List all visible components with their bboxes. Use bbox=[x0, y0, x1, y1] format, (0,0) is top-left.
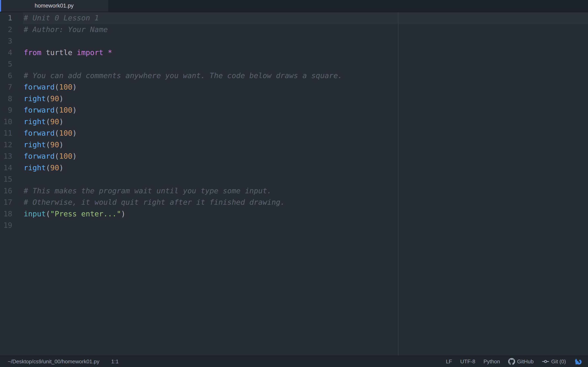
line-number[interactable]: 9 bbox=[0, 104, 23, 116]
code-text: forward(100) bbox=[23, 104, 588, 116]
line-number[interactable]: 2 bbox=[0, 24, 23, 35]
code-line[interactable]: 6# You can add comments anywhere you wan… bbox=[0, 70, 588, 82]
status-bar-right: LF UTF-8 Python GitHub Git (0) bbox=[446, 358, 588, 365]
git-commit-icon bbox=[542, 358, 549, 365]
code-line[interactable]: 5 bbox=[0, 58, 588, 70]
cursor-position[interactable]: 1:1 bbox=[111, 359, 119, 365]
line-number[interactable]: 12 bbox=[0, 139, 23, 151]
status-bar: ~/Desktop/cs9/unit_00/homework01.py 1:1 … bbox=[0, 356, 588, 367]
code-line[interactable]: 1# Unit 0 Lesson 1 bbox=[0, 12, 588, 24]
line-number[interactable]: 14 bbox=[0, 162, 23, 174]
squirrel-icon bbox=[574, 358, 582, 365]
code-text: from turtle import * bbox=[23, 47, 588, 58]
code-text: # Author: Your Name bbox=[23, 24, 588, 35]
code-text: right(90) bbox=[23, 162, 588, 174]
code-line[interactable]: 2# Author: Your Name bbox=[0, 24, 588, 35]
tab-homework01[interactable]: homework01.py bbox=[0, 0, 108, 12]
code-text: # Unit 0 Lesson 1 bbox=[23, 12, 588, 24]
code-text: forward(100) bbox=[23, 81, 588, 93]
line-number[interactable]: 5 bbox=[0, 58, 23, 70]
code-line[interactable]: 12right(90) bbox=[0, 139, 588, 151]
code-line[interactable]: 14right(90) bbox=[0, 162, 588, 174]
code-line[interactable]: 11forward(100) bbox=[0, 127, 588, 139]
line-number[interactable]: 10 bbox=[0, 116, 23, 128]
code-line[interactable]: 7forward(100) bbox=[0, 81, 588, 93]
code-line[interactable]: 9forward(100) bbox=[0, 104, 588, 116]
code-text bbox=[23, 220, 588, 231]
code-line[interactable]: 10right(90) bbox=[0, 116, 588, 128]
line-number[interactable]: 4 bbox=[0, 47, 23, 58]
line-number[interactable]: 1 bbox=[0, 12, 23, 24]
code-text: forward(100) bbox=[23, 150, 588, 162]
line-number[interactable]: 15 bbox=[0, 174, 23, 185]
line-number[interactable]: 8 bbox=[0, 93, 23, 105]
code-lines: 1# Unit 0 Lesson 12# Author: Your Name34… bbox=[0, 12, 588, 231]
editor-pane: 1# Unit 0 Lesson 12# Author: Your Name34… bbox=[0, 12, 588, 356]
code-text: # Otherwise, it would quit right after i… bbox=[23, 197, 588, 208]
line-ending-selector[interactable]: LF bbox=[446, 359, 452, 365]
line-number[interactable]: 16 bbox=[0, 185, 23, 197]
line-number[interactable]: 19 bbox=[0, 220, 23, 231]
code-line[interactable]: 4from turtle import * bbox=[0, 47, 588, 58]
line-number[interactable]: 6 bbox=[0, 70, 23, 82]
code-text: right(90) bbox=[23, 116, 588, 128]
code-line[interactable]: 13forward(100) bbox=[0, 150, 588, 162]
code-text bbox=[23, 58, 588, 70]
code-text: right(90) bbox=[23, 139, 588, 151]
line-number[interactable]: 17 bbox=[0, 197, 23, 208]
code-line[interactable]: 17# Otherwise, it would quit right after… bbox=[0, 197, 588, 208]
tab-label: homework01.py bbox=[35, 3, 74, 9]
line-number[interactable]: 13 bbox=[0, 150, 23, 162]
code-text: # You can add comments anywhere you want… bbox=[23, 70, 588, 82]
code-line[interactable]: 15 bbox=[0, 174, 588, 185]
file-path[interactable]: ~/Desktop/cs9/unit_00/homework01.py bbox=[8, 359, 99, 365]
line-number[interactable]: 7 bbox=[0, 81, 23, 93]
code-line[interactable]: 18input("Press enter...") bbox=[0, 208, 588, 220]
git-label: Git (0) bbox=[551, 359, 566, 365]
github-octocat-icon bbox=[508, 358, 515, 365]
code-text: # This makes the program wait until you … bbox=[23, 185, 588, 197]
code-text: right(90) bbox=[23, 93, 588, 105]
tab-bar: homework01.py bbox=[0, 0, 588, 12]
github-status[interactable]: GitHub bbox=[508, 358, 534, 365]
encoding-selector[interactable]: UTF-8 bbox=[460, 359, 475, 365]
git-status[interactable]: Git (0) bbox=[542, 358, 566, 365]
grammar-selector[interactable]: Python bbox=[484, 359, 500, 365]
code-line[interactable]: 8right(90) bbox=[0, 93, 588, 105]
code-line[interactable]: 3 bbox=[0, 35, 588, 47]
line-number[interactable]: 11 bbox=[0, 127, 23, 139]
code-text: forward(100) bbox=[23, 127, 588, 139]
squirrel-status[interactable] bbox=[574, 358, 582, 365]
status-bar-left: ~/Desktop/cs9/unit_00/homework01.py 1:1 bbox=[0, 359, 119, 365]
code-text bbox=[23, 35, 588, 47]
line-number[interactable]: 3 bbox=[0, 35, 23, 47]
code-text bbox=[23, 174, 588, 185]
code-text: input("Press enter...") bbox=[23, 208, 588, 220]
code-line[interactable]: 16# This makes the program wait until yo… bbox=[0, 185, 588, 197]
left-accent-strip bbox=[0, 0, 1, 12]
code-line[interactable]: 19 bbox=[0, 220, 588, 231]
github-label: GitHub bbox=[517, 359, 534, 365]
line-number[interactable]: 18 bbox=[0, 208, 23, 220]
